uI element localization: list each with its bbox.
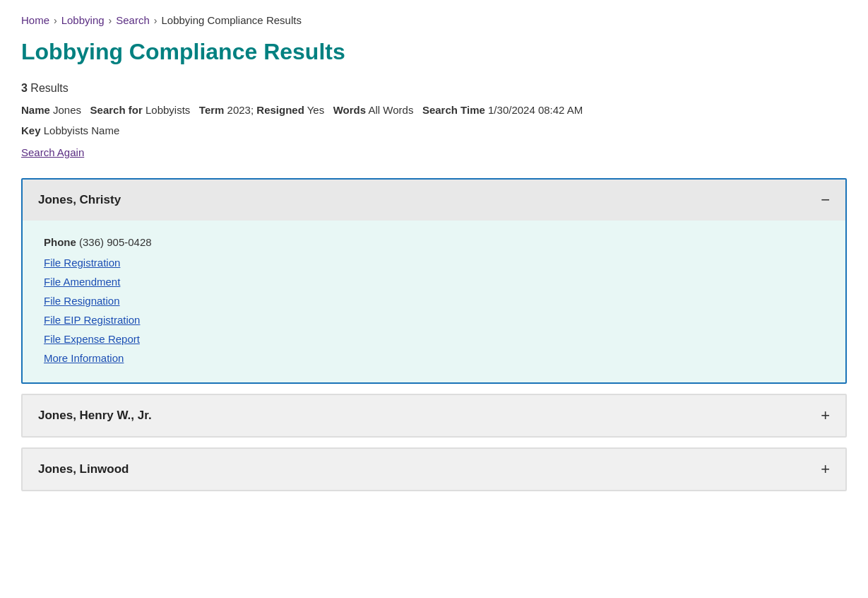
result-links: File RegistrationFile AmendmentFile Resi…	[44, 257, 824, 364]
result-name-jones-linwood: Jones, Linwood	[38, 462, 129, 476]
phone-label: Phone	[44, 236, 76, 248]
search-time-value: 1/30/2024 08:42 AM	[488, 104, 583, 116]
link-file-expense-report[interactable]: File Expense Report	[44, 333, 824, 345]
resigned-value: Yes	[307, 104, 324, 116]
term-label: Term	[199, 104, 225, 116]
breadcrumb: Home › Lobbying › Search › Lobbying Comp…	[21, 14, 847, 26]
breadcrumb-search[interactable]: Search	[116, 14, 150, 26]
result-header-jones-christy[interactable]: Jones, Christy−	[23, 180, 845, 221]
breadcrumb-lobbying[interactable]: Lobbying	[61, 14, 105, 26]
resigned-label: Resigned	[256, 104, 304, 116]
result-header-jones-henry[interactable]: Jones, Henry W., Jr.+	[23, 395, 845, 436]
cards-container: Jones, Christy−Phone (336) 905-0428File …	[21, 178, 847, 491]
result-body-jones-christy: Phone (336) 905-0428File RegistrationFil…	[23, 221, 845, 382]
result-card-jones-christy: Jones, Christy−Phone (336) 905-0428File …	[21, 178, 847, 384]
results-count: 3 Results	[21, 82, 847, 95]
key-label: Key	[21, 124, 41, 136]
phone-line: Phone (336) 905-0428	[44, 236, 824, 248]
page-title: Lobbying Compliance Results	[21, 39, 847, 65]
phone-value: (336) 905-0428	[79, 236, 152, 248]
expand-icon: +	[821, 408, 830, 423]
result-name-jones-christy: Jones, Christy	[38, 193, 121, 207]
search-again-link[interactable]: Search Again	[21, 146, 84, 158]
search-key: Key Lobbyists Name	[21, 124, 847, 136]
expand-icon: +	[821, 462, 830, 477]
result-name-jones-henry: Jones, Henry W., Jr.	[38, 409, 152, 423]
result-header-jones-linwood[interactable]: Jones, Linwood+	[23, 449, 845, 490]
breadcrumb-current: Lobbying Compliance Results	[161, 14, 301, 26]
result-card-jones-linwood: Jones, Linwood+	[21, 447, 847, 491]
link-file-eip-registration[interactable]: File EIP Registration	[44, 314, 824, 326]
name-label: Name	[21, 104, 50, 116]
link-file-resignation[interactable]: File Resignation	[44, 295, 824, 307]
term-value: 2023;	[227, 104, 254, 116]
name-value: Jones	[53, 104, 81, 116]
link-file-amendment[interactable]: File Amendment	[44, 276, 824, 288]
search-meta: Name Jones Search for Lobbyists Term 202…	[21, 102, 847, 119]
breadcrumb-home[interactable]: Home	[21, 14, 49, 26]
collapse-icon: −	[821, 192, 830, 208]
breadcrumb-sep-1: ›	[54, 15, 57, 26]
key-value: Lobbyists Name	[44, 124, 120, 136]
search-time-label: Search Time	[422, 104, 485, 116]
link-file-registration[interactable]: File Registration	[44, 257, 824, 269]
words-label: Words	[333, 104, 366, 116]
words-value: All Words	[368, 104, 413, 116]
link-more-information[interactable]: More Information	[44, 352, 824, 364]
result-card-jones-henry: Jones, Henry W., Jr.+	[21, 394, 847, 438]
search-for-label: Search for	[90, 104, 143, 116]
search-for-value: Lobbyists	[145, 104, 190, 116]
breadcrumb-sep-2: ›	[109, 15, 112, 26]
breadcrumb-sep-3: ›	[154, 15, 157, 26]
